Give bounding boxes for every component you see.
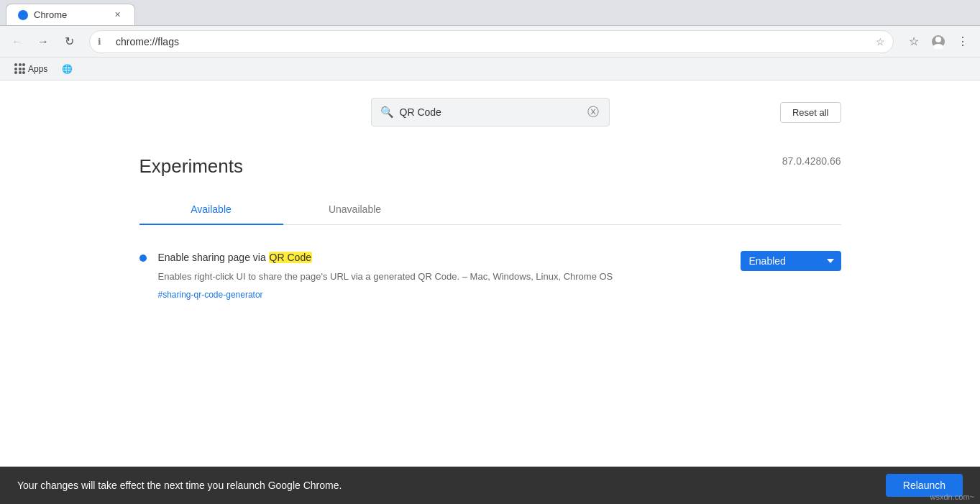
toolbar-right: ☆ ⋮: [902, 30, 974, 53]
notification-message: Your changes will take effect the next t…: [17, 480, 342, 491]
search-input[interactable]: [400, 106, 580, 118]
tab-close-button[interactable]: ✕: [111, 9, 123, 21]
world-icon: 🌐: [62, 64, 73, 74]
apps-bookmark[interactable]: Apps: [9, 60, 53, 77]
flag-description: Enables right-click UI to share the page…: [158, 270, 729, 284]
search-clear-button[interactable]: ⓧ: [586, 105, 600, 119]
search-container: 🔍 ⓧ Reset all: [139, 98, 841, 127]
flag-name-highlight: QR Code: [269, 252, 312, 263]
tabs-container: Available Unavailable: [139, 195, 841, 225]
profile-button[interactable]: [927, 30, 950, 53]
browser-tab[interactable]: Chrome ✕: [6, 4, 135, 25]
tab-unavailable[interactable]: Unavailable: [283, 195, 427, 225]
tab-bar: Chrome ✕: [0, 0, 980, 26]
svg-point-1: [935, 37, 941, 42]
address-info-icon: ℹ: [98, 37, 101, 47]
back-button[interactable]: ←: [6, 30, 29, 53]
search-icon: 🔍: [380, 106, 394, 119]
forward-button[interactable]: →: [32, 30, 55, 53]
browser-toolbar: ← → ↻ ℹ ☆ ☆ ⋮: [0, 26, 980, 58]
flag-control: Default Enabled Disabled: [741, 251, 841, 271]
version-text: 87.0.4280.66: [782, 155, 841, 167]
reload-button[interactable]: ↻: [58, 30, 81, 53]
flag-dropdown[interactable]: Default Enabled Disabled: [741, 251, 841, 271]
page-title: Experiments: [139, 155, 244, 178]
apps-label: Apps: [28, 64, 47, 74]
bookmark-star-icon[interactable]: ☆: [876, 36, 885, 47]
flag-content: Enable sharing page via QR Code Enables …: [158, 251, 729, 301]
flag-name-prefix: Enable sharing page via: [158, 252, 269, 263]
address-bar[interactable]: [89, 30, 894, 53]
world-bookmark[interactable]: 🌐: [56, 61, 78, 77]
experiments-header: Experiments 87.0.4280.66: [139, 155, 841, 178]
tab-available[interactable]: Available: [139, 195, 283, 225]
address-bar-container: ℹ ☆: [89, 30, 894, 53]
bookmarks-bar: Apps 🌐: [0, 58, 980, 81]
bookmark-button[interactable]: ☆: [902, 30, 925, 53]
flag-name: Enable sharing page via QR Code: [158, 251, 729, 265]
flag-item: Enable sharing page via QR Code Enables …: [139, 242, 841, 309]
reset-all-button[interactable]: Reset all: [780, 102, 841, 123]
menu-button[interactable]: ⋮: [951, 30, 974, 53]
bottom-notification-bar: Your changes will take effect the next t…: [0, 467, 980, 504]
flag-active-dot: [139, 255, 147, 262]
apps-grid-icon: [14, 63, 25, 74]
search-box: 🔍 ⓧ: [371, 98, 610, 127]
tab-favicon-icon: [18, 10, 28, 20]
profile-icon: [931, 35, 945, 49]
tab-title: Chrome: [34, 9, 67, 20]
page-content: 🔍 ⓧ Reset all Experiments 87.0.4280.66 A…: [0, 81, 980, 504]
watermark: wsxdn.com~: [930, 492, 974, 501]
flag-anchor-link[interactable]: #sharing-qr-code-generator: [158, 290, 263, 300]
flags-page: 🔍 ⓧ Reset all Experiments 87.0.4280.66 A…: [116, 81, 864, 326]
